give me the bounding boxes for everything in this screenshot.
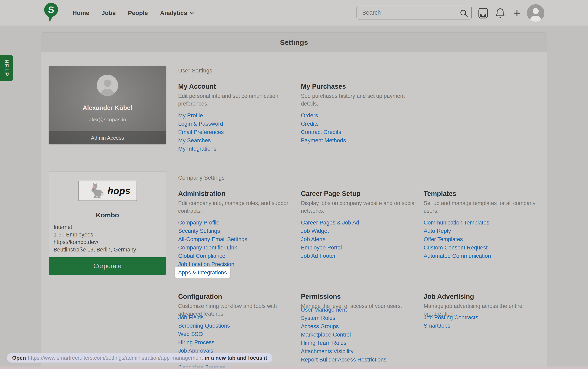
nav-item-analytics[interactable]: Analytics: [160, 10, 194, 16]
section-permissions: Permissions Manage the level of access o…: [301, 292, 424, 364]
add-new-icon[interactable]: +: [510, 4, 523, 21]
link-offer-templates[interactable]: Offer Templates: [424, 235, 463, 243]
link-job-widget[interactable]: Job Widget: [301, 227, 329, 235]
link-security-settings[interactable]: Security Settings: [178, 227, 220, 235]
link-email-preferences[interactable]: Email Preferences: [178, 128, 224, 136]
link-hiring-team-roles[interactable]: Hiring Team Roles: [301, 339, 346, 347]
settings-header: Settings: [41, 33, 547, 52]
section-links: Communication Templates Auto Reply Offer…: [424, 218, 546, 260]
section-job-advertising: Job Advertising Manage job advertising a…: [424, 292, 546, 330]
link-job-fields[interactable]: Job Fields: [178, 313, 203, 321]
hops-logo-text: hops: [108, 185, 131, 196]
user-settings-label: User Settings: [178, 67, 548, 74]
link-smartjobs[interactable]: SmartJobs: [424, 321, 450, 330]
link-orders[interactable]: Orders: [301, 111, 318, 120]
user-avatar[interactable]: [527, 4, 544, 22]
link-report-builder-access-restrictions[interactable]: Report Builder Access Restrictions: [301, 355, 387, 364]
company-logo: hops: [79, 181, 137, 201]
search-input[interactable]: [357, 6, 471, 19]
link-hiring-process[interactable]: Hiring Process: [178, 338, 214, 347]
search-icon[interactable]: [459, 9, 468, 18]
bottom-edge-gradient: [0, 366, 588, 369]
link-global-compliance[interactable]: Global Compliance: [178, 252, 225, 260]
user-name: Alexander Kübel: [49, 104, 166, 112]
statusbar-url: https://www.smartrecruiters.com/settings…: [28, 355, 203, 361]
section-desc: See purchases history and set up payment…: [301, 92, 417, 108]
section-title: Permissions: [301, 292, 424, 301]
section-links: Job Posting Contracts SmartJobs: [424, 313, 546, 330]
company-details: Internet 1-50 Employees https://kombo.de…: [54, 224, 136, 254]
link-contract-credits[interactable]: Contract Credits: [301, 128, 341, 136]
corporate-button[interactable]: Corporate: [49, 257, 166, 275]
link-automated-communication[interactable]: Automated Communication: [424, 252, 491, 260]
company-website: https://kombo.dev/: [54, 238, 136, 246]
section-links: User Management System Roles Access Grou…: [301, 306, 424, 364]
section-my-purchases: My Purchases See purchases history and s…: [301, 82, 424, 144]
statusbar-open-label: Open: [12, 355, 26, 361]
link-system-roles[interactable]: System Roles: [301, 314, 335, 322]
section-title: Configuration: [178, 292, 301, 301]
link-access-groups[interactable]: Access Groups: [301, 322, 339, 330]
section-career-page-setup: Career Page Setup Display jobs on compan…: [301, 190, 424, 260]
nav-item-people[interactable]: People: [128, 10, 148, 16]
link-marketplace-control[interactable]: Marketplace Control: [301, 330, 351, 339]
nav-item-jobs[interactable]: Jobs: [101, 10, 116, 16]
section-title: My Purchases: [301, 82, 424, 91]
nav-item-home[interactable]: Home: [72, 10, 89, 16]
link-credits[interactable]: Credits: [301, 120, 319, 128]
link-login-password[interactable]: Login & Password: [178, 120, 223, 128]
link-my-integrations[interactable]: My Integrations: [178, 144, 216, 153]
link-my-searches[interactable]: My Searches: [178, 136, 211, 144]
link-web-sso[interactable]: Web SSO: [178, 330, 203, 338]
profile-avatar-icon: [97, 75, 118, 96]
section-links: My Profile Login & Password Email Prefer…: [178, 111, 301, 153]
link-custom-consent-request[interactable]: Custom Consent Request: [424, 243, 488, 252]
nav-item-label: Jobs: [101, 10, 116, 16]
link-attachments-visibility[interactable]: Attachments Visibility: [301, 347, 353, 355]
company-settings-label: Company Settings: [178, 174, 548, 181]
link-job-posting-contracts[interactable]: Job Posting Contracts: [424, 313, 478, 321]
link-job-alerts[interactable]: Job Alerts: [301, 235, 325, 243]
link-auto-reply[interactable]: Auto Reply: [424, 227, 451, 235]
link-communication-templates[interactable]: Communication Templates: [424, 218, 489, 227]
section-desc: Edit company info, manage roles, and sup…: [178, 199, 294, 215]
company-settings-row-1: Administration Edit company info, manage…: [178, 190, 548, 277]
section-desc: Display jobs on company website and on s…: [301, 199, 417, 215]
nav-links: Home Jobs People Analytics: [72, 0, 194, 26]
section-links: Company Profile Security Settings All-Co…: [178, 218, 301, 277]
inbox-tray-icon[interactable]: [478, 8, 488, 19]
company-card: hops Kombo Internet 1-50 Employees https…: [49, 171, 166, 275]
link-payment-methods[interactable]: Payment Methods: [301, 136, 346, 144]
section-my-account: My Account Edit personal info and set co…: [178, 82, 301, 153]
link-career-pages-job-ad[interactable]: Career Pages & Job Ad: [301, 218, 359, 227]
link-my-profile[interactable]: My Profile: [178, 111, 203, 120]
link-employee-portal[interactable]: Employee Portal: [301, 243, 342, 252]
user-profile-card[interactable]: Alexander Kübel alex@scopas.io Admin Acc…: [49, 66, 166, 144]
search-box: [357, 6, 472, 20]
admin-access-badge: Admin Access: [49, 131, 166, 144]
page-title: Settings: [280, 38, 308, 46]
smartrecruiters-logo[interactable]: S: [43, 2, 59, 24]
company-address: Beutlinstraße 19, Berlin, Germany: [54, 246, 136, 254]
top-nav: S Home Jobs People Analytics +: [0, 0, 588, 26]
notifications-bell-icon[interactable]: [495, 8, 505, 19]
link-all-company-email-settings[interactable]: All-Company Email Settings: [178, 235, 247, 243]
link-apps-integrations[interactable]: Apps & Integrations: [178, 268, 227, 277]
link-job-ad-footer[interactable]: Job Ad Footer: [301, 252, 336, 260]
link-preview-statusbar: Open https://www.smartrecruiters.com/set…: [7, 353, 273, 363]
help-tab[interactable]: HELP: [0, 55, 13, 82]
statusbar-suffix: in a new tab and focus it: [205, 355, 267, 361]
section-title: Administration: [178, 190, 301, 198]
link-company-profile[interactable]: Company Profile: [178, 218, 219, 227]
link-company-identifier-link[interactable]: Company-Identifier Link: [178, 243, 237, 252]
svg-text:S: S: [48, 4, 54, 15]
link-screening-questions[interactable]: Screening Questions: [178, 321, 230, 330]
settings-content: User Settings My Account Edit personal i…: [178, 52, 548, 369]
help-tab-label: HELP: [3, 60, 10, 77]
link-user-management[interactable]: User Management: [301, 306, 347, 314]
section-desc: Set up and manage templates for all comp…: [424, 199, 539, 215]
section-title: Career Page Setup: [301, 190, 424, 198]
section-desc: Edit personal info and set communication…: [178, 92, 294, 108]
section-links: Career Pages & Job Ad Job Widget Job Ale…: [301, 218, 424, 260]
chevron-down-icon: [189, 11, 194, 14]
